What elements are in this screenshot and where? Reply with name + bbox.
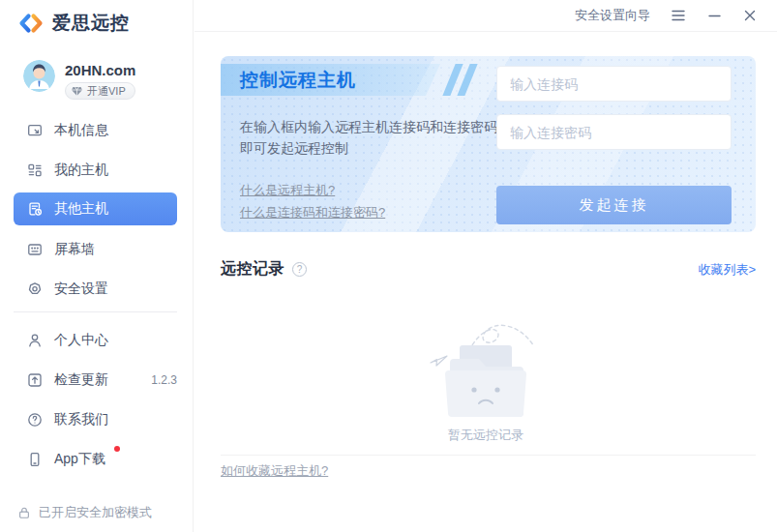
empty-folder-icon (413, 320, 558, 421)
encryption-status: 已开启安全加密模式 (17, 504, 152, 521)
sidebar-item-personal-center[interactable]: 个人中心 (14, 320, 177, 360)
minimize-button[interactable] (706, 8, 722, 23)
connect-banner: 控制远程主机 在输入框内输入远程主机连接码和连接密码 即可发起远程控制 什么是远… (221, 56, 756, 232)
user-avatar[interactable] (23, 60, 55, 92)
update-arrow-icon (27, 372, 43, 388)
connection-password-input[interactable] (496, 114, 732, 150)
brand-chevrons-icon (17, 11, 45, 36)
diamond-icon (71, 86, 83, 97)
sidebar-item-local-info[interactable]: 本机信息 (14, 110, 177, 150)
sidebar-item-label: 其他主机 (54, 200, 108, 218)
main-area: 安全设置向导 控制远程主机 (194, 0, 777, 532)
sidebar-item-my-hosts[interactable]: 我的主机 (14, 150, 177, 190)
sidebar-divider (14, 311, 177, 312)
sidebar-item-label: 屏幕墙 (54, 241, 95, 258)
sidebar-item-label: App下载 (54, 451, 105, 468)
empty-state-label: 暂无远控记录 (448, 427, 523, 444)
sidebar-item-label: 个人中心 (54, 332, 108, 349)
sidebar-item-label: 联系我们 (54, 411, 108, 429)
what-is-remote-host-link[interactable]: 什么是远程主机? (240, 182, 335, 199)
how-to-favorite-link[interactable]: 如何收藏远程主机? (221, 462, 328, 480)
records-header: 远控记录 ? 收藏列表> (221, 259, 756, 280)
notification-dot (114, 446, 120, 452)
sidebar-item-screen-wall[interactable]: 屏幕墙 (14, 229, 177, 269)
bottom-divider (221, 455, 756, 456)
brand-name: 爱思远控 (52, 11, 130, 36)
user-profile[interactable]: 20HN.com 开通VIP (23, 60, 135, 100)
titlebar: 安全设置向导 (194, 0, 777, 32)
sidebar: 爱思远控 20HN.com 开通VIP (0, 0, 194, 532)
sidebar-item-contact-us[interactable]: 联系我们 (14, 399, 177, 439)
security-wizard-link[interactable]: 安全设置向导 (575, 7, 650, 24)
monitor-icon (27, 123, 43, 138)
screen-wall-icon (27, 242, 43, 257)
menu-icon[interactable] (671, 8, 686, 23)
empty-state: 暂无远控记录 (194, 320, 777, 444)
secondary-nav: 个人中心 检查更新 1.2.3 联系我们 (0, 320, 194, 479)
security-gear-icon (27, 281, 43, 297)
app-version: 1.2.3 (151, 373, 177, 387)
encryption-status-label: 已开启安全加密模式 (39, 504, 152, 521)
connection-code-input[interactable] (496, 66, 732, 102)
connect-button[interactable]: 发起连接 (496, 186, 732, 224)
sidebar-item-label: 本机信息 (54, 122, 108, 139)
phone-icon (27, 452, 43, 467)
sidebar-item-label: 我的主机 (54, 162, 108, 179)
app-logo: 爱思远控 (17, 11, 130, 36)
user-name: 20HN.com (65, 62, 135, 78)
vip-upgrade-badge[interactable]: 开通VIP (65, 82, 135, 100)
primary-nav: 本机信息 我的主机 其他主机 (0, 110, 194, 309)
sidebar-item-other-hosts[interactable]: 其他主机 (14, 192, 177, 225)
host-clock-icon (27, 201, 43, 217)
sidebar-item-check-update[interactable]: 检查更新 1.2.3 (14, 360, 177, 399)
sidebar-item-security-settings[interactable]: 安全设置 (14, 269, 177, 309)
sidebar-item-app-download[interactable]: App下载 (14, 439, 177, 479)
banner-description: 在输入框内输入远程主机连接码和连接密码 即可发起远程控制 (240, 116, 497, 159)
records-title: 远控记录 (221, 259, 284, 280)
question-circle-icon (27, 412, 43, 428)
person-icon (27, 333, 43, 348)
banner-title-strip: 控制远程主机 (221, 64, 440, 96)
app-window: 爱思远控 20HN.com 开通VIP (0, 0, 777, 532)
lock-icon (17, 506, 31, 519)
banner-title: 控制远程主机 (221, 68, 356, 93)
sidebar-item-label: 检查更新 (54, 371, 108, 389)
favorites-list-link[interactable]: 收藏列表> (698, 261, 756, 279)
sidebar-item-label: 安全设置 (54, 281, 108, 298)
host-list-icon (27, 163, 43, 178)
vip-label: 开通VIP (87, 84, 126, 99)
records-help-icon[interactable]: ? (292, 262, 307, 277)
what-is-connection-code-link[interactable]: 什么是连接码和连接密码? (240, 204, 385, 222)
close-button[interactable] (742, 8, 758, 23)
